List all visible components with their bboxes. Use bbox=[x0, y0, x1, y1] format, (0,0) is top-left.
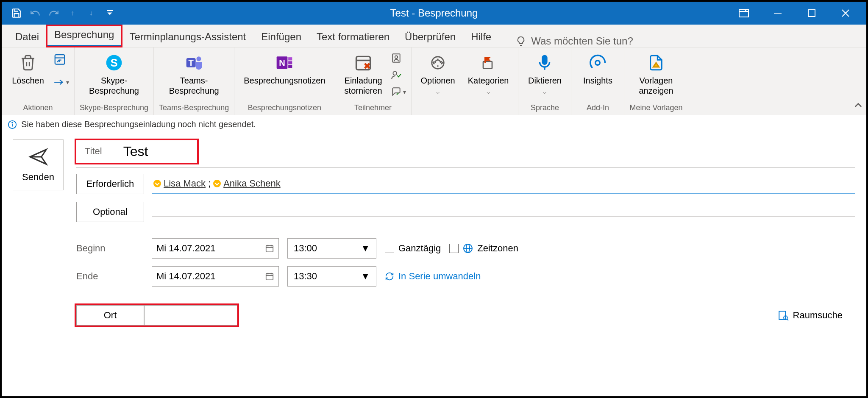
down-arrow-icon[interactable]: ↓ bbox=[84, 6, 98, 20]
tab-terminplanungs-assistent[interactable]: Terminplanungs-Assistent bbox=[122, 28, 253, 47]
group-teilnehmer: Einladungstornieren ▾ Teilnehmer bbox=[335, 47, 412, 115]
send-label: Senden bbox=[22, 172, 54, 183]
info-bar-text: Sie haben diese Besprechungseinladung no… bbox=[21, 120, 256, 129]
in-serie-umwandeln-link[interactable]: In Serie umwandeln bbox=[385, 271, 481, 282]
group-aktionen: Löschen ▾ Aktionen bbox=[2, 47, 75, 115]
group-label-vorlagen: Meine Vorlagen bbox=[629, 102, 682, 115]
skype-besprechung-button[interactable]: S Skype-Besprechung bbox=[85, 51, 143, 97]
einladung-stornieren-button[interactable]: Einladungstornieren bbox=[340, 51, 387, 97]
tab-besprechung[interactable]: Besprechung bbox=[47, 25, 122, 47]
group-label-sprache: Sprache bbox=[531, 102, 559, 115]
kategorien-button[interactable]: Kategorien⌵ bbox=[464, 51, 513, 97]
svg-rect-34 bbox=[266, 246, 273, 252]
recurrence-icon bbox=[385, 272, 394, 281]
titel-input[interactable]: Test bbox=[123, 144, 191, 159]
tab-datei[interactable]: Datei bbox=[8, 28, 47, 47]
raumsuche-button[interactable]: Raumsuche bbox=[778, 310, 855, 321]
presence-away-icon bbox=[153, 180, 161, 187]
calendar-icon bbox=[265, 244, 274, 253]
tab-einfuegen[interactable]: Einfügen bbox=[253, 28, 309, 47]
send-button[interactable]: Senden bbox=[13, 139, 64, 190]
titel-label: Titel bbox=[85, 146, 102, 157]
address-book-icon[interactable] bbox=[391, 53, 406, 65]
response-options-icon[interactable]: ▾ bbox=[391, 86, 406, 97]
ribbon-display-options-icon[interactable] bbox=[737, 7, 750, 19]
quick-access-toolbar: ↑ ↓ bbox=[2, 6, 117, 20]
undo-icon[interactable] bbox=[28, 6, 42, 20]
up-arrow-icon[interactable]: ↑ bbox=[65, 6, 80, 20]
tab-ueberpruefen[interactable]: Überprüfen bbox=[397, 28, 463, 47]
group-skype: S Skype-Besprechung Skype-Besprechung bbox=[75, 47, 154, 115]
checkbox-icon bbox=[449, 244, 459, 253]
meeting-form: Senden Titel Test Erforderlich Lisa Mack… bbox=[2, 134, 866, 333]
erforderlich-button[interactable]: Erforderlich bbox=[76, 174, 144, 194]
save-icon[interactable] bbox=[9, 6, 24, 20]
forward-arrow-icon[interactable]: ▾ bbox=[53, 79, 69, 86]
svg-rect-7 bbox=[55, 55, 65, 64]
chevron-down-icon: ▼ bbox=[361, 243, 370, 254]
group-label-aktionen: Aktionen bbox=[23, 102, 53, 115]
window-title: Test - Besprechung bbox=[390, 7, 478, 19]
group-teams: T Teams-Besprechung Teams-Besprechung bbox=[154, 47, 234, 115]
categories-flag-icon bbox=[481, 53, 496, 73]
group-label-skype: Skype-Besprechung bbox=[80, 102, 148, 115]
loeschen-button[interactable]: Löschen bbox=[7, 51, 49, 87]
svg-point-32 bbox=[12, 122, 13, 123]
group-optionen-kategorien: Optionen⌵ Kategorien⌵ bbox=[412, 47, 519, 115]
group-label-addin: Add-In bbox=[587, 102, 609, 115]
svg-point-25 bbox=[393, 71, 397, 75]
recipient-anika-schenk[interactable]: Anika Schenk bbox=[213, 178, 281, 189]
svg-point-29 bbox=[595, 61, 600, 65]
ort-button[interactable]: Ort bbox=[76, 305, 144, 326]
svg-text:S: S bbox=[110, 57, 117, 69]
diktieren-button[interactable]: Diktieren⌵ bbox=[523, 51, 566, 97]
group-sprache: Diktieren⌵ Sprache bbox=[518, 47, 571, 115]
svg-point-13 bbox=[196, 56, 201, 61]
tab-hilfe[interactable]: Hilfe bbox=[463, 28, 499, 47]
end-date-picker[interactable]: Mi 14.07.2021 bbox=[152, 266, 279, 287]
optional-recipients-input[interactable] bbox=[152, 208, 855, 217]
skype-icon: S bbox=[105, 53, 123, 73]
zeitzonen-checkbox[interactable]: Zeitzonen bbox=[449, 243, 518, 254]
collapse-ribbon-icon[interactable] bbox=[854, 102, 862, 111]
ganztagig-checkbox[interactable]: Ganztägig bbox=[385, 243, 441, 254]
vorlagen-anzeigen-button[interactable]: Vorlagenanzeigen bbox=[634, 51, 677, 97]
info-icon bbox=[8, 120, 17, 129]
end-time-picker[interactable]: 13:30 ▼ bbox=[287, 266, 376, 287]
check-names-icon[interactable] bbox=[391, 70, 406, 82]
start-time-picker[interactable]: 13:00 ▼ bbox=[287, 238, 376, 259]
cancel-invitation-icon bbox=[354, 53, 373, 73]
calendar-forward-icon[interactable] bbox=[53, 53, 69, 67]
minimize-icon[interactable] bbox=[771, 7, 784, 19]
start-date-picker[interactable]: Mi 14.07.2021 bbox=[152, 238, 279, 259]
tab-text-formatieren[interactable]: Text formatieren bbox=[309, 28, 397, 47]
besprechungsnotizen-button[interactable]: N Besprechungsnotizen bbox=[239, 51, 329, 87]
svg-rect-0 bbox=[107, 10, 113, 11]
svg-rect-41 bbox=[266, 274, 273, 280]
redo-icon[interactable] bbox=[47, 6, 61, 20]
maximize-icon[interactable] bbox=[805, 7, 818, 19]
trash-icon bbox=[19, 53, 36, 73]
room-finder-icon bbox=[778, 310, 789, 321]
group-label-teams: Teams-Besprechung bbox=[159, 102, 229, 115]
send-icon bbox=[28, 147, 48, 167]
insights-button[interactable]: Insights bbox=[576, 51, 619, 87]
group-label-empty bbox=[464, 102, 466, 115]
svg-line-47 bbox=[787, 319, 788, 320]
teams-icon: T bbox=[185, 53, 203, 73]
recipient-lisa-mack[interactable]: Lisa Mack bbox=[153, 178, 206, 189]
options-icon bbox=[430, 53, 446, 73]
required-recipients-input[interactable]: Lisa Mack; Anika Schenk bbox=[152, 174, 855, 194]
beginn-label: Beginn bbox=[76, 243, 144, 254]
qat-customize-icon[interactable] bbox=[103, 6, 117, 20]
ort-input[interactable] bbox=[144, 305, 237, 326]
insights-icon bbox=[589, 53, 606, 73]
group-vorlagen: Vorlagenanzeigen Meine Vorlagen bbox=[624, 47, 687, 115]
optional-button[interactable]: Optional bbox=[76, 202, 144, 222]
ribbon-tabs: Datei Besprechung Terminplanungs-Assiste… bbox=[2, 25, 866, 47]
close-icon[interactable] bbox=[839, 7, 852, 19]
tell-me-search[interactable]: Was möchten Sie tun? bbox=[516, 35, 633, 47]
optionen-button[interactable]: Optionen⌵ bbox=[417, 51, 459, 97]
teams-besprechung-button[interactable]: T Teams-Besprechung bbox=[165, 51, 223, 97]
svg-text:T: T bbox=[188, 58, 194, 67]
